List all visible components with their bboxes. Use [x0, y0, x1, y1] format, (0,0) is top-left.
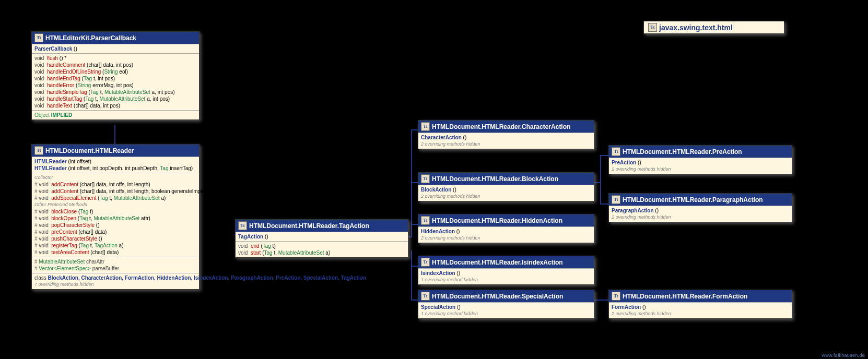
- class-title: HTMLDocument.HTMLReader.HiddenAction: [432, 217, 562, 224]
- field-row: # MutableAttributeSet charAttr: [34, 258, 196, 265]
- class-icon: Tt: [421, 258, 430, 267]
- class-hiddenAction[interactable]: TtHTMLDocument.HTMLReader.HiddenActionHi…: [418, 214, 594, 243]
- constructor-row: FormAction (): [612, 304, 789, 310]
- override-note: 1 overriding method hidden: [421, 277, 591, 283]
- class-blockAction[interactable]: TtHTMLDocument.HTMLReader.BlockActionBlo…: [418, 172, 594, 201]
- method-row: # void popCharacterStyle (): [34, 222, 196, 229]
- class-tag-action[interactable]: TtHTMLDocument.HTMLReader.TagAction TagA…: [235, 219, 408, 258]
- class-icon: Tt: [34, 33, 43, 42]
- override-note: 2 overriding methods hidden: [612, 214, 789, 221]
- class-icon: Tt: [648, 23, 657, 32]
- method-row: void handleEndOfLineString (String eol): [34, 68, 196, 75]
- override-note: 2 overriding methods hidden: [612, 166, 789, 173]
- class-preAction[interactable]: TtHTMLDocument.HTMLReader.PreActionPreAc…: [608, 145, 792, 174]
- class-title: HTMLDocument.HTMLReader.SpecialAction: [432, 293, 563, 300]
- class-title: HTMLDocument.HTMLReader.BlockAction: [432, 175, 558, 183]
- class-icon: Tt: [238, 221, 247, 230]
- class-icon: Tt: [612, 147, 620, 156]
- package-title: javax.swing.text.html: [659, 23, 733, 32]
- method-row: # void blockClose (Tag t): [34, 208, 196, 215]
- method-row: void handleText (char[] data, int pos): [34, 102, 196, 109]
- class-icon: Tt: [421, 216, 430, 225]
- method-row: void flush () *: [34, 55, 196, 62]
- constructor-row: ParagraphAction (): [612, 207, 789, 214]
- override-note: 2 overriding methods hidden: [421, 141, 591, 148]
- class-title: HTMLDocument.HTMLReader.PreAction: [623, 148, 742, 155]
- method-row: void handleComment (char[] data, int pos…: [34, 62, 196, 68]
- method-row: void end (Tag t): [238, 243, 405, 249]
- method-row: # void textAreaContent (char[] data): [34, 249, 196, 256]
- class-title: HTMLDocument.HTMLReader: [45, 147, 134, 154]
- class-icon: Tt: [421, 122, 430, 131]
- method-row: void handleSimpleTag (Tag t, MutableAttr…: [34, 89, 196, 95]
- class-paragraphAction[interactable]: TtHTMLDocument.HTMLReader.ParagraphActio…: [608, 193, 792, 222]
- method-row: # void registerTag (Tag t, TagAction a): [34, 242, 196, 249]
- footer-link[interactable]: www.falkhausen.de: [822, 353, 865, 358]
- method-row: # void addSpecialElement (Tag t, Mutable…: [34, 195, 196, 201]
- method-row: void handleStartTag (Tag t, MutableAttri…: [34, 95, 196, 102]
- override-note: 2 overriding methods hidden: [421, 235, 591, 242]
- override-note: 2 overriding methods hidden: [421, 193, 591, 200]
- class-specialAction[interactable]: TtHTMLDocument.HTMLReader.SpecialActionS…: [418, 290, 594, 319]
- constructor-row: IsindexAction (): [421, 270, 591, 277]
- constructor-row: BlockAction (): [421, 186, 591, 193]
- class-title: HTMLDocument.HTMLReader.TagAction: [249, 222, 369, 230]
- override-note: 2 overriding methods hidden: [612, 310, 789, 317]
- method-row: # void blockOpen (Tag t, MutableAttribut…: [34, 215, 196, 222]
- method-row: # void preContent (char[] data): [34, 229, 196, 235]
- method-row: # void pushCharacterStyle (): [34, 235, 196, 242]
- package-header-box: Ttjavax.swing.text.html: [643, 21, 784, 34]
- class-icon: Tt: [612, 292, 620, 301]
- class-icon: Tt: [612, 195, 620, 204]
- constructor-row: PreAction (): [612, 159, 789, 166]
- class-icon: Tt: [421, 174, 430, 183]
- class-parser-callback[interactable]: TtHTMLEditorKit.ParserCallback ParserCal…: [31, 31, 200, 120]
- class-icon: Tt: [421, 292, 430, 301]
- class-title: HTMLEditorKit.ParserCallback: [45, 34, 136, 42]
- constructor-row: HTMLReader (int offset, int popDepth, in…: [34, 165, 196, 172]
- class-title: HTMLDocument.HTMLReader.ParagraphAction: [623, 196, 763, 204]
- class-icon: Tt: [34, 146, 43, 155]
- class-title: HTMLDocument.HTMLReader.FormAction: [623, 293, 747, 300]
- constructor-row: HTMLReader (int offset): [34, 158, 196, 165]
- class-isindexAction[interactable]: TtHTMLDocument.HTMLReader.IsindexActionI…: [418, 256, 594, 285]
- class-title: HTMLDocument.HTMLReader.CharacterAction: [432, 123, 570, 130]
- constructor-row: SpecialAction (): [421, 304, 591, 310]
- constructor-row: CharacterAction (): [421, 134, 591, 141]
- field-row: # Vector<ElementSpec> parseBuffer: [34, 265, 196, 272]
- method-row: void handleEndTag (Tag t, int pos): [34, 75, 196, 82]
- override-note: 1 overriding method hidden: [421, 310, 591, 317]
- class-formAction[interactable]: TtHTMLDocument.HTMLReader.FormActionForm…: [608, 290, 792, 319]
- method-row: # void addContent (char[] data, int offs…: [34, 188, 196, 195]
- constructor-row: HiddenAction (): [421, 228, 591, 235]
- class-html-reader[interactable]: TtHTMLDocument.HTMLReader HTMLReader (in…: [31, 144, 200, 290]
- method-row: void handleError (String errorMsg, int p…: [34, 82, 196, 89]
- method-row: # void addContent (char[] data, int offs…: [34, 181, 196, 188]
- class-characterAction[interactable]: TtHTMLDocument.HTMLReader.CharacterActio…: [418, 120, 594, 149]
- method-row: void start (Tag t, MutableAttributeSet a…: [238, 249, 405, 256]
- class-title: HTMLDocument.HTMLReader.IsindexAction: [432, 259, 563, 266]
